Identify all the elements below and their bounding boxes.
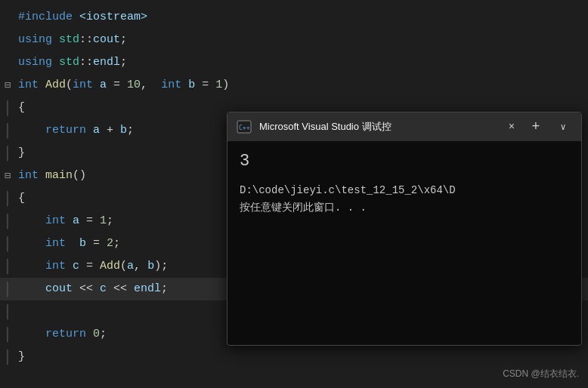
code-line: #include <iostream> [0, 6, 588, 29]
terminal-close-button[interactable]: × [504, 119, 519, 134]
line-fold-indicator: │ [0, 142, 15, 165]
line-fold-indicator: │ [0, 232, 15, 255]
code-line: using std::endl; [0, 51, 588, 74]
terminal-path: D:\code\jieyi.c\test_12_15_2\x64\D [240, 184, 569, 196]
code-line: │} [0, 346, 588, 368]
terminal-app-icon: C++ [235, 119, 253, 134]
line-fold-indicator: ⊟ [0, 165, 15, 187]
line-fold-indicator: │ [0, 187, 15, 210]
line-fold-indicator: │ [0, 210, 15, 232]
code-content: #include <iostream> [15, 6, 588, 29]
terminal-title: Microsoft Visual Studio 调试控 [259, 120, 498, 134]
terminal-body: 3 D:\code\jieyi.c\test_12_15_2\x64\D 按任意… [227, 141, 581, 345]
terminal-titlebar: C++ Microsoft Visual Studio 调试控 × + ∨ [227, 112, 581, 141]
code-content: using std::cout; [15, 29, 588, 51]
terminal-overlay: C++ Microsoft Visual Studio 调试控 × + ∨ 3 … [227, 112, 582, 346]
terminal-add-button[interactable]: + [525, 116, 546, 137]
line-fold-indicator: │ [0, 119, 15, 142]
svg-text:C++: C++ [239, 125, 250, 131]
terminal-prompt: 按任意键关闭此窗口. . . [240, 201, 569, 214]
code-content: } [15, 346, 588, 368]
line-fold-indicator: │ [0, 97, 15, 119]
line-fold-indicator: │ [0, 323, 15, 346]
code-content: using std::endl; [15, 51, 588, 74]
code-line: using std::cout; [0, 29, 588, 51]
line-fold-indicator: │ [0, 255, 15, 278]
terminal-output-number: 3 [240, 152, 569, 171]
line-fold-indicator: │ [0, 346, 15, 368]
line-fold-indicator: ⊟ [0, 74, 15, 97]
terminal-chevron-button[interactable]: ∨ [552, 116, 574, 137]
code-line: ⊟int Add(int a = 10, int b = 1) [0, 74, 588, 97]
watermark: CSDN @结衣结衣. [503, 368, 579, 380]
code-content: int Add(int a = 10, int b = 1) [15, 74, 588, 97]
line-fold-indicator: │ [0, 300, 15, 323]
line-fold-indicator: │ [0, 278, 15, 300]
